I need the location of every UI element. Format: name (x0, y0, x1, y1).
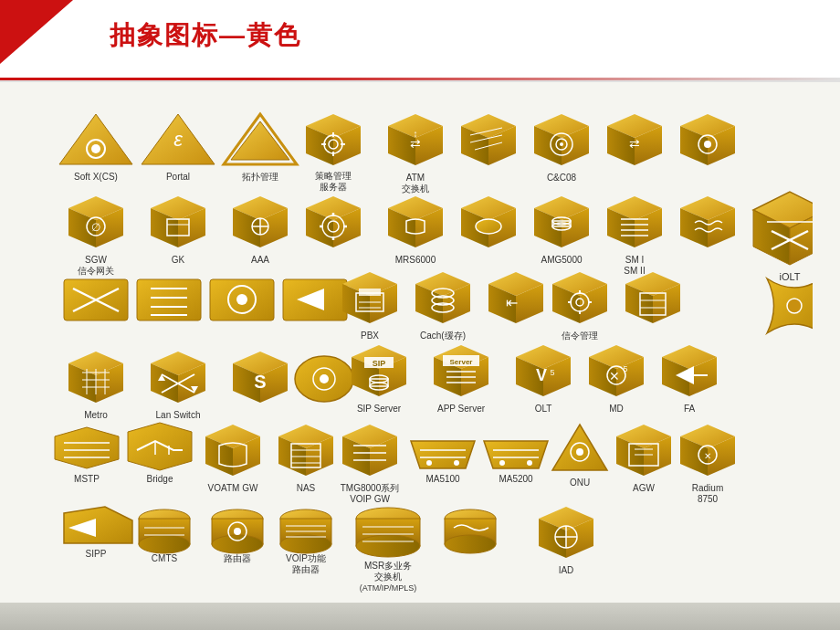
icon-cache: Cach(缓存) (415, 272, 470, 341)
icon-flat4 (283, 279, 347, 320)
icon-empty4 (461, 196, 516, 247)
red-corner (0, 0, 73, 64)
svg-text:MD: MD (609, 404, 624, 414)
icon-tmg8000: TMG8000系列 VOIP GW (341, 425, 399, 504)
icon-radium: ✕ Radium 8750 (680, 425, 735, 504)
icon-softx: Soft X(CS) (59, 114, 132, 182)
icon-emptycyl (445, 509, 496, 553)
svg-text:SIPP: SIPP (86, 549, 107, 559)
svg-text:MSTP: MSTP (74, 474, 100, 484)
svg-marker-245 (411, 441, 475, 468)
svg-point-292 (280, 535, 331, 553)
icon-lanswitch: Lan Switch (151, 352, 205, 420)
svg-text:5: 5 (550, 368, 554, 377)
svg-text:VOIP功能: VOIP功能 (286, 553, 326, 563)
icon-wave (680, 196, 735, 247)
svg-text:Bridge: Bridge (147, 474, 173, 484)
svg-text:✕: ✕ (704, 451, 711, 461)
svg-rect-123 (359, 289, 381, 296)
svg-text:SIP Server: SIP Server (357, 404, 402, 414)
icon-round (295, 356, 353, 402)
icon-shield: ⇤ (488, 272, 543, 323)
svg-point-49 (704, 141, 711, 148)
svg-point-259 (576, 448, 583, 456)
svg-text:MA5200: MA5200 (499, 474, 533, 484)
svg-marker-251 (484, 441, 548, 468)
icon-flat3 (210, 279, 274, 320)
icon-gk: GK (151, 196, 205, 265)
svg-text:∅: ∅ (91, 221, 100, 234)
svg-marker-257 (552, 425, 607, 470)
icon-empty1 (461, 114, 516, 165)
svg-text:NAS: NAS (297, 483, 316, 493)
svg-text:服务器: 服务器 (320, 182, 347, 192)
icon-empty3 (680, 114, 735, 165)
svg-text:PBX: PBX (361, 331, 379, 341)
svg-text:⇄: ⇄ (629, 136, 640, 151)
icon-sipserver: SIP SIP Server (352, 345, 406, 414)
icon-flat2 (137, 279, 201, 320)
svg-text:交换机: 交换机 (402, 184, 429, 194)
svg-point-280 (139, 535, 190, 553)
svg-marker-216 (55, 427, 119, 468)
icon-diagram: Soft X(CS) ε Portal 拓扑管理 策略管理 (18, 96, 813, 607)
svg-marker-221 (128, 423, 192, 470)
svg-text:8750: 8750 (698, 494, 719, 504)
svg-point-248 (426, 460, 432, 466)
icon-atm: ⇄ ↕ ATM 交换机 (388, 114, 443, 194)
header-line (0, 78, 840, 80)
svg-point-255 (527, 460, 532, 466)
icon-sm: SM I SM II (607, 196, 662, 276)
icon-olt: V 5 OLT (516, 345, 571, 414)
icon-cc08: C&C08 (534, 114, 589, 183)
icon-sgw: ∅ SGW 信令网关 (68, 196, 123, 276)
svg-marker-275 (64, 507, 132, 543)
icon-voiprouter: VOIP功能 路由器 (280, 509, 331, 574)
svg-text:MSR多业务: MSR多业务 (364, 561, 412, 571)
svg-text:FA: FA (684, 404, 696, 414)
svg-text:AAA: AAA (251, 255, 269, 265)
svg-text:交换机: 交换机 (374, 572, 402, 582)
svg-text:Lan Switch: Lan Switch (156, 410, 201, 420)
svg-text:TMG8000系列: TMG8000系列 (341, 483, 399, 493)
svg-point-254 (499, 460, 505, 466)
svg-text:OLT: OLT (535, 404, 552, 414)
icon-onu: ONU (552, 425, 607, 488)
icon-ribbon (767, 278, 813, 333)
icon-metro: Metro (68, 352, 123, 420)
svg-text:Soft X(CS): Soft X(CS) (74, 172, 118, 182)
icon-amg5000: AMG5000 (534, 196, 589, 265)
svg-text:APP Server: APP Server (437, 404, 486, 414)
svg-text:Radium: Radium (692, 483, 723, 493)
svg-point-116 (236, 294, 247, 305)
svg-text:路由器: 路由器 (292, 564, 320, 574)
icon-msr: MSR多业务 交换机 (ATM/IP/MPLS) (356, 508, 420, 593)
svg-text:S: S (254, 372, 266, 392)
svg-point-249 (454, 460, 459, 466)
svg-point-178 (320, 374, 329, 383)
icon-portal: ε Portal (142, 114, 215, 182)
svg-text:信令网关: 信令网关 (78, 266, 114, 276)
svg-text:策略管理: 策略管理 (315, 171, 352, 181)
icon-iad: IAD (539, 507, 593, 575)
svg-text:VOIP GW: VOIP GW (350, 494, 390, 504)
svg-point-2 (91, 144, 100, 153)
svg-text:(ATM/IP/MPLS): (ATM/IP/MPLS) (360, 583, 416, 593)
svg-text:ONU: ONU (570, 478, 590, 488)
icon-router: 路由器 (212, 509, 263, 563)
svg-point-39 (560, 142, 563, 146)
svg-text:↕: ↕ (414, 129, 418, 139)
icon-celve: 策略管理 服务器 (306, 114, 361, 192)
svg-point-300 (356, 535, 420, 557)
svg-text:iOLT: iOLT (779, 271, 800, 282)
svg-text:Metro: Metro (84, 410, 108, 420)
icon-iolt-large: iOLT (753, 192, 813, 282)
svg-text:V: V (536, 366, 547, 384)
svg-text:✕: ✕ (609, 369, 620, 383)
svg-text:MRS6000: MRS6000 (395, 255, 436, 265)
icon-aaa: AAA (233, 196, 288, 265)
icon-ma5100: MA5100 (411, 441, 475, 484)
svg-text:SM I: SM I (625, 255, 645, 265)
icon-bridge: Bridge (128, 423, 192, 484)
svg-text:MA5100: MA5100 (425, 474, 460, 484)
